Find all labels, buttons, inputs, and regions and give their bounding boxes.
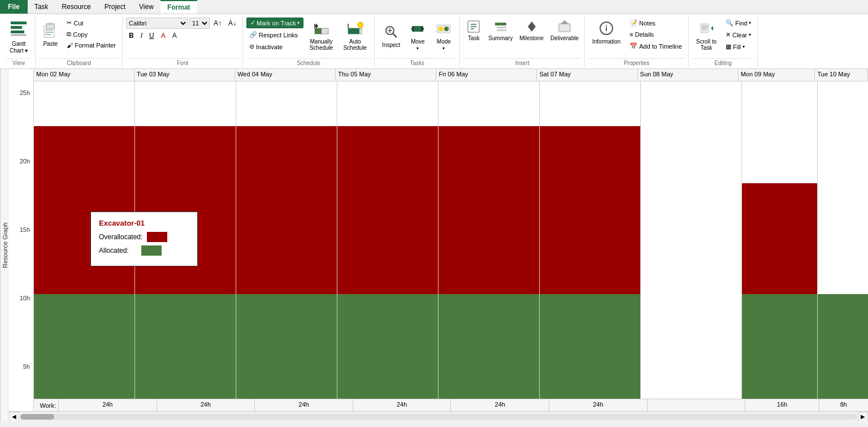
svg-rect-33 xyxy=(497,29,506,31)
font-size-select[interactable]: 11 xyxy=(189,18,210,29)
scroll-right-arrow[interactable]: ▶ xyxy=(858,412,868,422)
legend-allocated-row: Allocated: xyxy=(99,245,189,256)
horizontal-scrollbar[interactable]: ◀ ▶ xyxy=(9,411,868,421)
legend-overallocated-swatch xyxy=(147,232,167,242)
move-button[interactable]: Move ▾ xyxy=(405,18,430,54)
italic-button[interactable]: I xyxy=(138,30,145,41)
find-button[interactable]: 🔍 Find ▾ xyxy=(723,18,754,28)
link-icon: 🔗 xyxy=(249,31,257,38)
auto-schedule-label: AutoSchedule xyxy=(343,38,367,51)
font-family-select[interactable]: Calibri xyxy=(126,18,188,29)
tab-project[interactable]: Project xyxy=(98,0,132,14)
notes-button[interactable]: 📝 Notes xyxy=(627,18,685,28)
work-cell-mon09: 16h xyxy=(745,399,819,411)
day-col-tue10 xyxy=(818,81,868,399)
work-cell-sun08 xyxy=(648,399,746,411)
deliverable-label: Deliverable xyxy=(550,35,579,41)
tab-file[interactable]: File xyxy=(0,0,28,14)
tab-format[interactable]: Format xyxy=(160,0,197,14)
svg-rect-7 xyxy=(45,29,53,31)
summary-insert-button[interactable]: Summary xyxy=(486,18,515,42)
day-header-sun08: Sun 08 May xyxy=(638,69,739,81)
bold-button[interactable]: B xyxy=(126,30,137,41)
fill-button[interactable]: ▦ Fill ▾ xyxy=(723,41,754,52)
work-cell-tue03: 24h xyxy=(157,399,255,411)
increase-font-button[interactable]: A↑ xyxy=(211,18,224,29)
scroll-thumb[interactable] xyxy=(20,414,54,420)
scissors-icon: ✂ xyxy=(67,19,72,27)
cut-button[interactable]: ✂ Cut xyxy=(64,18,119,28)
gantt-chart-button[interactable]: GanttChart ▾ xyxy=(6,18,32,57)
svg-rect-31 xyxy=(495,23,506,25)
work-cell-thu05: 24h xyxy=(353,399,452,411)
legend-title: Excavator-01 xyxy=(99,219,189,227)
day-header-thu05: Thu 05 May xyxy=(336,69,436,81)
svg-rect-9 xyxy=(45,34,51,35)
highlight-button[interactable]: A xyxy=(170,30,180,41)
information-button[interactable]: i Information xyxy=(588,18,624,48)
inactivate-button[interactable]: ⊘ Inactivate xyxy=(246,41,303,52)
bar-overalloc-sat07 xyxy=(540,126,640,294)
scroll-left-arrow[interactable]: ◀ xyxy=(9,412,19,422)
mode-button[interactable]: Mode ▾ xyxy=(431,18,456,54)
svg-rect-2 xyxy=(11,31,24,33)
task-insert-button[interactable]: Task xyxy=(463,18,484,42)
milestone-insert-icon xyxy=(524,19,540,34)
font-group-label: Font xyxy=(126,58,239,66)
format-painter-button[interactable]: 🖌 Format Painter xyxy=(64,40,119,50)
auto-schedule-button[interactable]: AutoSchedule xyxy=(339,18,371,54)
tab-task[interactable]: Task xyxy=(28,0,55,14)
bar-overalloc-mon02 xyxy=(34,126,134,294)
tab-view[interactable]: View xyxy=(132,0,160,14)
font-color-button[interactable]: A xyxy=(158,30,168,41)
clipboard-group-label: Clipboard xyxy=(39,58,119,66)
clear-button[interactable]: ✕ Clear ▾ xyxy=(723,29,754,40)
milestone-insert-button[interactable]: Milestone xyxy=(517,18,546,42)
checkmark-icon: ✓ xyxy=(250,19,255,27)
auto-schedule-icon xyxy=(346,20,363,37)
inspect-button[interactable]: Inspect xyxy=(378,18,404,54)
paste-button[interactable]: Paste xyxy=(39,20,62,49)
find-arrow-icon: ▾ xyxy=(749,20,751,25)
manually-schedule-button[interactable]: ManuallySchedule xyxy=(306,18,337,54)
gantt-area: Mon 02 May Tue 03 May Wed 04 May Thu 05 … xyxy=(34,69,868,411)
svg-marker-34 xyxy=(528,21,536,32)
decrease-font-button[interactable]: A↓ xyxy=(225,18,239,29)
y-label-15h: 15h xyxy=(20,226,30,233)
scroll-to-task-button[interactable]: Scroll toTask xyxy=(692,18,721,54)
deliverable-insert-button[interactable]: Deliverable xyxy=(548,18,581,42)
details-button[interactable]: ≡ Details xyxy=(627,29,685,40)
summary-insert-icon xyxy=(493,19,509,34)
manually-schedule-icon xyxy=(313,20,330,37)
bar-alloc-sat07 xyxy=(540,294,640,399)
y-label-25h: 25h xyxy=(20,89,30,96)
ribbon-group-clipboard: Paste ✂ Cut ⧉ Copy xyxy=(36,15,123,67)
milestone-label: Milestone xyxy=(519,35,544,41)
work-cell-mon02: 24h xyxy=(59,399,157,411)
y-label-5h: 5h xyxy=(23,363,30,370)
ribbon-group-editing: Scroll toTask 🔍 Find ▾ ✕ Clear ▾ xyxy=(689,15,758,67)
main-content: Resource Graph 25h 20h 15h 10h 5h Mon 02… xyxy=(0,69,868,421)
day-header-tue10: Tue 10 May xyxy=(815,69,868,81)
copy-button[interactable]: ⧉ Copy xyxy=(64,29,119,40)
svg-point-16 xyxy=(358,22,363,28)
task-insert-icon xyxy=(466,19,481,34)
work-cell-sat07: 24h xyxy=(549,399,648,411)
tasks-group-label: Tasks xyxy=(378,58,456,66)
copy-icon: ⧉ xyxy=(67,31,71,38)
inactivate-icon: ⊘ xyxy=(249,43,254,50)
respect-links-button[interactable]: 🔗 Respect Links xyxy=(246,29,303,40)
chart-body: Excavator-01 Overallocated: Allocated: xyxy=(34,81,868,399)
mode-icon xyxy=(436,20,452,37)
day-col-sun08 xyxy=(641,81,742,399)
schedule-group-label: Schedule xyxy=(246,58,371,66)
svg-point-26 xyxy=(444,27,449,31)
tab-resource[interactable]: Resource xyxy=(55,0,97,14)
information-icon: i xyxy=(598,20,614,37)
scroll-track[interactable] xyxy=(20,414,857,420)
move-icon xyxy=(410,20,426,37)
add-timeline-button[interactable]: 📅 Add to Timeline xyxy=(627,41,685,51)
underline-button[interactable]: U xyxy=(146,30,157,41)
y-axis: 25h 20h 15h 10h 5h xyxy=(9,69,34,411)
mark-on-track-button[interactable]: ✓ Mark on Track ▾ xyxy=(246,18,303,28)
